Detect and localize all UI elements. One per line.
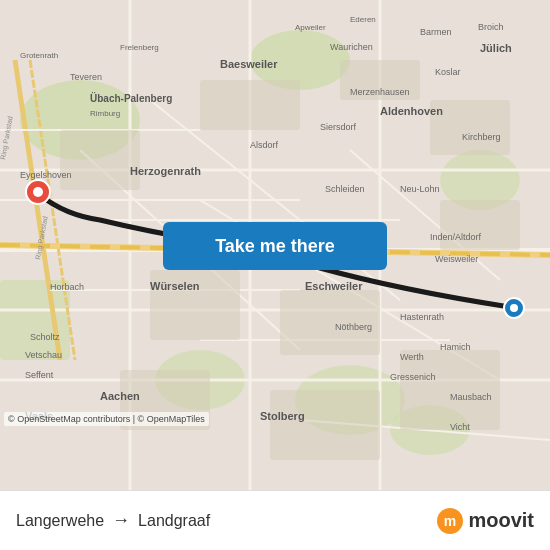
svg-point-83 (33, 187, 43, 197)
footer-route-info: Langerwehe → Landgraaf (16, 510, 210, 531)
svg-text:Barmen: Barmen (420, 27, 452, 37)
svg-rect-37 (400, 350, 500, 430)
svg-text:Weisweiler: Weisweiler (435, 254, 478, 264)
moovit-logo: m moovit (436, 507, 534, 535)
svg-text:Werth: Werth (400, 352, 424, 362)
svg-text:Neu-Lohn: Neu-Lohn (400, 184, 440, 194)
svg-point-85 (510, 304, 518, 312)
svg-text:Grotenrath: Grotenrath (20, 51, 58, 60)
svg-text:Teveren: Teveren (70, 72, 102, 82)
svg-text:Eygelshoven: Eygelshoven (20, 170, 72, 180)
svg-text:Seffent: Seffent (25, 370, 54, 380)
svg-text:Scholtz: Scholtz (30, 332, 60, 342)
svg-text:Frelenberg: Frelenberg (120, 43, 159, 52)
svg-text:Eschweiler: Eschweiler (305, 280, 363, 292)
svg-text:Hastenrath: Hastenrath (400, 312, 444, 322)
moovit-brand-name: moovit (468, 509, 534, 532)
svg-text:Herzogenrath: Herzogenrath (130, 165, 201, 177)
destination-label: Landgraaf (138, 512, 210, 530)
svg-text:Vetschau: Vetschau (25, 350, 62, 360)
svg-text:Nöthberg: Nöthberg (335, 322, 372, 332)
svg-text:Gressenich: Gressenich (390, 372, 436, 382)
copyright-text: © OpenStreetMap contributors | © OpenMap… (4, 412, 209, 426)
svg-text:Übach-Palenberg: Übach-Palenberg (90, 92, 172, 104)
moovit-icon: m (436, 507, 464, 535)
origin-label: Langerwehe (16, 512, 104, 530)
svg-text:Aldenhoven: Aldenhoven (380, 105, 443, 117)
svg-text:Baesweiler: Baesweiler (220, 58, 278, 70)
svg-text:Siersdorf: Siersdorf (320, 122, 357, 132)
svg-text:Rimburg: Rimburg (90, 109, 120, 118)
take-me-there-button[interactable]: Take me there (163, 222, 387, 270)
svg-text:Horbach: Horbach (50, 282, 84, 292)
svg-text:Hamich: Hamich (440, 342, 471, 352)
svg-text:Jülich: Jülich (480, 42, 512, 54)
svg-text:Mausbach: Mausbach (450, 392, 492, 402)
footer: Langerwehe → Landgraaf m moovit (0, 490, 550, 550)
svg-text:Schleiden: Schleiden (325, 184, 365, 194)
svg-text:Broich: Broich (478, 22, 504, 32)
svg-rect-29 (60, 130, 140, 190)
svg-rect-38 (440, 200, 520, 250)
svg-text:Ederen: Ederen (350, 15, 376, 24)
svg-text:Kirchberg: Kirchberg (462, 132, 501, 142)
svg-text:m: m (444, 513, 456, 529)
svg-text:Apweiler: Apweiler (295, 23, 326, 32)
svg-text:Merzenhausen: Merzenhausen (350, 87, 410, 97)
svg-text:Würselen: Würselen (150, 280, 200, 292)
svg-text:Aachen: Aachen (100, 390, 140, 402)
svg-text:Alsdorf: Alsdorf (250, 140, 279, 150)
arrow-icon: → (112, 510, 130, 531)
svg-text:Stolberg: Stolberg (260, 410, 305, 422)
svg-text:Waurichen: Waurichen (330, 42, 373, 52)
map-container: Teveren Grotenrath Frelenberg Übach-Pale… (0, 0, 550, 490)
svg-text:Koslar: Koslar (435, 67, 461, 77)
svg-rect-36 (270, 390, 380, 460)
svg-text:Vicht: Vicht (450, 422, 470, 432)
svg-text:Inden/Altdorf: Inden/Altdorf (430, 232, 482, 242)
svg-rect-30 (200, 80, 300, 130)
